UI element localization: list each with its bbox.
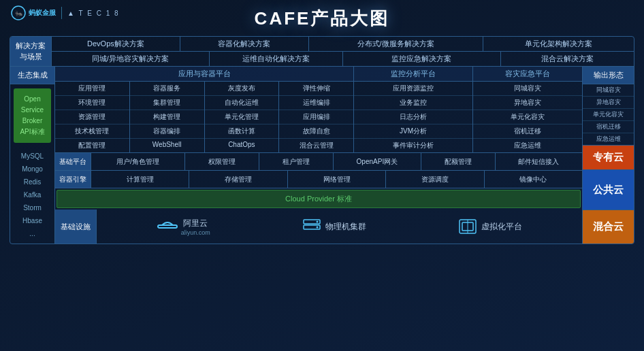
page-title: CAFE产品大图 (255, 7, 390, 31)
output-hybrid[interactable]: 混合云 (583, 210, 634, 244)
monitor-cell-2[interactable]: 业务监控 (354, 96, 472, 110)
base-label: 基础平台 (55, 153, 91, 170)
atec-text: ▲ T E C 1 8 (67, 10, 120, 17)
container-item-3[interactable]: 网络管理 (288, 171, 386, 188)
hybrid-cloud-btn[interactable]: 混合云 (593, 220, 624, 233)
monitor-cell-5[interactable]: 事件审计分析 (354, 139, 472, 152)
disaster-cell-4[interactable]: 宿机迁移 (473, 124, 582, 139)
private-item-2: 异地容灾 (583, 97, 634, 109)
app-cell[interactable]: 配置管理 (55, 139, 129, 152)
virtual-name: 虚拟化平台 (481, 221, 522, 233)
container-item-5[interactable]: 镜像中心 (485, 171, 582, 188)
app-cell[interactable]: 资源管理 (55, 110, 129, 124)
monitor-cell-1[interactable]: 应用资源监控 (354, 82, 472, 96)
base-item-4[interactable]: OpenAPI网关 (334, 153, 421, 170)
private-cloud-btn[interactable]: 专有云 (583, 146, 634, 169)
app-cell[interactable]: 环境管理 (55, 96, 129, 110)
app-cell[interactable]: 故障自愈 (279, 124, 353, 139)
svg-text:🐜: 🐜 (15, 10, 23, 18)
app-cell[interactable]: 混合云管理 (279, 139, 353, 152)
app-cell[interactable]: 灰度发布 (205, 82, 279, 96)
container-engine-row: 容器引擎 计算管理 存储管理 网络管理 资源调度 镜像中心 (55, 171, 582, 188)
disaster-platform: 容灾应急平台 同城容灾 异地容灾 单元化容灾 宿机迁移 应急运维 (473, 67, 582, 152)
app-col-4: 弹性伸缩 运维编排 应用编排 故障自愈 混合云管理 (279, 82, 353, 152)
private-item-5: 应急运维 (583, 133, 634, 145)
base-item-1[interactable]: 用户/角色管理 (91, 153, 185, 170)
container-item-4[interactable]: 资源调度 (386, 171, 484, 188)
container-item-2[interactable]: 存储管理 (189, 171, 287, 188)
app-cell[interactable]: 自动化运维 (205, 96, 279, 110)
open-service[interactable]: OpenServiceBrokerAPI标准 (14, 88, 51, 143)
app-cell[interactable]: 技术栈管理 (55, 124, 129, 139)
aliyun-name: 阿里云 (181, 218, 210, 229)
container-item-1[interactable]: 计算管理 (91, 171, 189, 188)
disaster-cell-1[interactable]: 同城容灾 (473, 82, 582, 96)
aliyun-url: aliyun.com (181, 229, 210, 236)
center-content: 应用与容器平台 应用管理 环境管理 资源管理 技术栈管理 配置管理 (55, 67, 582, 244)
header: 🐜 蚂蚁金服 ▲ T E C 1 8 CAFE产品大图 (0, 0, 644, 35)
server-icon (302, 218, 321, 235)
sol-unit[interactable]: 单元化架构解决方案 (483, 37, 634, 51)
app-cell[interactable]: 弹性伸缩 (279, 82, 353, 96)
base-item-6[interactable]: 邮件短信接入 (496, 153, 582, 170)
tech-hbase: Hbase (13, 214, 52, 227)
infra-aliyun[interactable]: 阿里云 aliyun.com (157, 218, 210, 236)
infra-label: 基础设施 (55, 210, 97, 244)
app-cell[interactable]: ChatOps (205, 139, 279, 150)
app-cell[interactable]: 运维编排 (279, 96, 353, 110)
infra-row: 基础设施 阿里云 (55, 210, 582, 244)
app-cell[interactable]: 单元化管理 (205, 110, 279, 124)
sol-dr[interactable]: 同城/异地容灾解决方案 (52, 52, 210, 66)
sol-hybrid[interactable]: 混合云解决方案 (501, 52, 634, 66)
app-cell[interactable]: 容器编排 (130, 124, 204, 139)
sol-ops[interactable]: 运维自动化解决方案 (210, 52, 343, 66)
private-item-3: 单元化容灾 (583, 109, 634, 121)
app-col-1: 应用管理 环境管理 资源管理 技术栈管理 配置管理 (55, 82, 130, 152)
app-col-2: 容器服务 集群管理 构建管理 容器编排 WebShell (130, 82, 205, 152)
app-cell[interactable]: WebShell (130, 139, 204, 150)
private-sub-items: 同城容灾 异地容灾 单元化容灾 宿机迁移 应急运维 (583, 84, 634, 146)
monitor-cell-4[interactable]: JVM分析 (354, 124, 472, 139)
app-cell[interactable]: 应用管理 (55, 82, 129, 96)
app-platform-title: 应用与容器平台 (55, 67, 353, 82)
monitor-cell-3[interactable]: 日志分析 (354, 110, 472, 124)
sol-micro[interactable]: 分布式/微服务解决方案 (309, 37, 483, 51)
sol-devops[interactable]: DevOps解决方案 (52, 37, 180, 51)
main-content: 生态集成 OpenServiceBrokerAPI标准 MySQL Mongo … (10, 67, 634, 244)
app-cell[interactable]: 集群管理 (130, 96, 204, 110)
disaster-cell-5[interactable]: 应急运维 (473, 139, 582, 152)
tech-mysql: MySQL (13, 150, 52, 163)
tech-kafka: Kafka (13, 188, 52, 201)
sol-container[interactable]: 容器化解决方案 (180, 37, 309, 51)
monitoring-title: 监控分析平台 (354, 67, 472, 82)
disaster-title: 容灾应急平台 (473, 67, 582, 82)
disaster-cell-2[interactable]: 异地容灾 (473, 96, 582, 110)
sol-monitor[interactable]: 监控应急解决方案 (343, 52, 501, 66)
ant-text: 蚂蚁金服 (29, 8, 56, 18)
base-item-3[interactable]: 租户管理 (259, 153, 334, 170)
infra-virtual[interactable]: 虚拟化平台 (458, 218, 522, 235)
tech-stack: MySQL Mongo Redis Kafka Storm Hbase ... (10, 147, 54, 243)
app-cell[interactable]: 构建管理 (130, 110, 204, 124)
eco-label: 生态集成 (10, 67, 54, 84)
app-container-platform: 应用与容器平台 应用管理 环境管理 资源管理 技术栈管理 配置管理 (55, 67, 354, 152)
app-cell[interactable]: 容器服务 (130, 82, 204, 96)
output-public[interactable]: 公共云 (583, 170, 634, 210)
app-cell[interactable]: 应用编排 (279, 110, 353, 124)
disaster-cell-3[interactable]: 单元化容灾 (473, 110, 582, 124)
output-private[interactable]: 同城容灾 异地容灾 单元化容灾 宿机迁移 应急运维 专有云 (583, 84, 634, 170)
app-cell[interactable]: 函数计算 (205, 124, 279, 139)
virtual-icon (458, 218, 477, 235)
left-sidebar: 生态集成 OpenServiceBrokerAPI标准 MySQL Mongo … (10, 67, 55, 244)
app-grid: 应用管理 环境管理 资源管理 技术栈管理 配置管理 容器服务 集群管理 构建管理 (55, 82, 353, 152)
base-item-5[interactable]: 配额管理 (421, 153, 496, 170)
public-cloud-btn[interactable]: 公共云 (593, 184, 624, 197)
solution-row: 解决方案 与场景 DevOps解决方案 容器化解决方案 分布式/微服务解决方案 … (10, 37, 634, 67)
ant-icon: 🐜 (11, 5, 26, 20)
base-item-2[interactable]: 权限管理 (185, 153, 259, 170)
svg-rect-2 (158, 225, 177, 228)
physical-name: 物理机集群 (325, 221, 366, 233)
svg-point-5 (317, 221, 319, 223)
infra-physical[interactable]: 物理机集群 (302, 218, 366, 235)
output-label: 输出形态 (583, 67, 634, 84)
